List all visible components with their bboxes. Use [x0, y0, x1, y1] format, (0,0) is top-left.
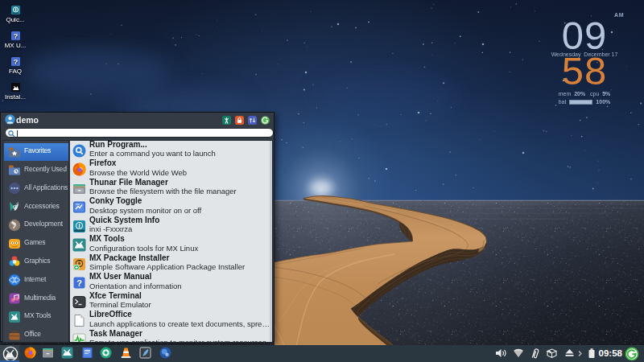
svg-text:?: ? — [13, 32, 18, 40]
svg-text:?: ? — [76, 278, 82, 288]
svg-text:?: ? — [13, 58, 18, 66]
